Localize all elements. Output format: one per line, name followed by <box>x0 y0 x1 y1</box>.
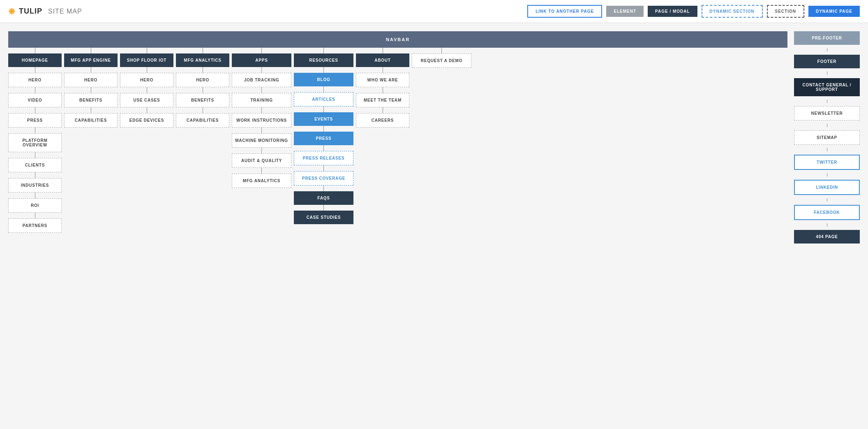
shop-hero: HERO <box>120 73 173 87</box>
mfg-hero: HERO <box>64 73 118 87</box>
analytics-capabilities: CAPABILITIES <box>176 113 229 128</box>
homepage-video: VIDEO <box>8 93 62 107</box>
apps-audit-quality: AUDIT & QUALITY <box>232 153 291 168</box>
resources-node[interactable]: RESOURCES <box>294 53 353 67</box>
apps-mfg-analytics: MFG ANALYTICS <box>232 174 291 188</box>
col-homepage: HOMEPAGE HERO VIDEO PRESS PLATFORM OVERV… <box>8 48 62 233</box>
about-who-we-are: WHO WE ARE <box>356 73 409 87</box>
resources-faqs[interactable]: FAQS <box>294 191 353 205</box>
columns-area: HOMEPAGE HERO VIDEO PRESS PLATFORM OVERV… <box>8 48 787 233</box>
col-mfg-app-engine: MFG APP ENGINE HERO BENEFITS CAPABILITIE… <box>64 48 118 233</box>
linkedin-node[interactable]: LINKEDIN <box>794 180 860 195</box>
facebook-node[interactable]: FACEBOOK <box>794 205 860 220</box>
about-node[interactable]: ABOUT <box>356 53 409 67</box>
homepage-clients: CLIENTS <box>8 158 62 172</box>
resources-press[interactable]: PRESS <box>294 132 353 145</box>
request-demo-node[interactable]: REQUEST A DEMO <box>412 53 471 68</box>
col-request-demo: REQUEST A DEMO <box>412 48 471 233</box>
about-meet-the-team: MEET THE TEAM <box>356 93 409 107</box>
canvas: NAVBAR HOMEPAGE HERO VIDEO PRESS <box>0 23 868 260</box>
resources-articles[interactable]: ARTICLES <box>294 92 353 107</box>
right-sidebar: PRE-FOOTER FOOTER CONTACT GENERAL / SUPP… <box>794 31 860 243</box>
logo-text: TULIP <box>19 7 42 16</box>
logo-icon: ❋ <box>8 7 16 16</box>
subtitle: SITE MAP <box>48 8 82 15</box>
resources-press-coverage[interactable]: PRESS COVERAGE <box>294 171 353 186</box>
about-careers: CAREERS <box>356 113 409 128</box>
legend: LINK TO ANOTHER PAGE ELEMENT PAGE / MODA… <box>527 5 860 18</box>
header: ❋ TULIP SITE MAP LINK TO ANOTHER PAGE EL… <box>0 0 868 23</box>
col-resources: RESOURCES BLOG ARTICLES EVENTS PRESS PRE… <box>294 48 353 233</box>
legend-dynamic-page[interactable]: DYNAMIC PAGE <box>808 6 860 17</box>
twitter-node[interactable]: TWITTER <box>794 155 860 170</box>
resources-blog[interactable]: BLOG <box>294 73 353 86</box>
legend-page[interactable]: PAGE / MODAL <box>648 6 697 17</box>
main-sitemap: NAVBAR HOMEPAGE HERO VIDEO PRESS <box>8 31 787 233</box>
logo: ❋ TULIP SITE MAP <box>8 7 82 16</box>
homepage-node[interactable]: HOMEPAGE <box>8 53 62 67</box>
homepage-platform: PLATFORM OVERVIEW <box>8 133 62 152</box>
apps-training: TRAINING <box>232 93 291 107</box>
404-page-node[interactable]: 404 PAGE <box>794 230 860 243</box>
col-mfg-analytics: MFG ANALYTICS HERO BENEFITS CAPABILITIES <box>176 48 229 233</box>
resources-press-releases[interactable]: PRESS RELEASES <box>294 151 353 165</box>
navbar-bar: NAVBAR <box>8 31 787 48</box>
legend-link[interactable]: LINK TO ANOTHER PAGE <box>527 5 602 18</box>
newsletter-node: NEWSLETTER <box>794 106 860 121</box>
mfg-app-engine-node[interactable]: MFG APP ENGINE <box>64 53 118 67</box>
homepage-roi: ROI <box>8 198 62 213</box>
col-about: ABOUT WHO WE ARE MEET THE TEAM CAREERS <box>356 48 409 233</box>
pre-footer-node: PRE-FOOTER <box>794 31 860 45</box>
resources-events[interactable]: EVENTS <box>294 112 353 126</box>
col-apps: APPS JOB TRACKING TRAINING WORK INSTRUCT… <box>232 48 291 233</box>
mfg-benefits: BENEFITS <box>64 93 118 107</box>
apps-machine-monitoring: MACHINE MONITORING <box>232 133 291 148</box>
legend-section[interactable]: SECTION <box>767 5 804 18</box>
shop-floor-iot-node[interactable]: SHOP FLOOR IOT <box>120 53 173 67</box>
legend-element[interactable]: ELEMENT <box>606 6 644 17</box>
col-shop-floor-iot: SHOP FLOOR IOT HERO USE CASES EDGE DEVIC… <box>120 48 173 233</box>
homepage-industries: INDUSTRIES <box>8 178 62 192</box>
apps-job-tracking: JOB TRACKING <box>232 73 291 87</box>
apps-work-instructions: WORK INSTRUCTIONS <box>232 113 291 128</box>
analytics-benefits: BENEFITS <box>176 93 229 107</box>
legend-dynamic-section[interactable]: DYNAMIC SECTION <box>702 5 763 18</box>
homepage-press: PRESS <box>8 113 62 128</box>
analytics-hero: HERO <box>176 73 229 87</box>
shop-edge-devices: EDGE DEVICES <box>120 113 173 128</box>
mfg-capabilities: CAPABILITIES <box>64 113 118 128</box>
shop-use-cases: USE CASES <box>120 93 173 107</box>
contact-general-support-node[interactable]: CONTACT GENERAL / SUPPORT <box>794 78 860 96</box>
apps-node[interactable]: APPS <box>232 53 291 67</box>
homepage-partners: PARTNERS <box>8 218 62 233</box>
sitemap-node: SITEMAP <box>794 130 860 145</box>
mfg-analytics-node[interactable]: MFG ANALYTICS <box>176 53 229 67</box>
homepage-hero: HERO <box>8 73 62 87</box>
footer-node: FOOTER <box>794 55 860 68</box>
resources-case-studies[interactable]: CASE STUDIES <box>294 211 353 224</box>
